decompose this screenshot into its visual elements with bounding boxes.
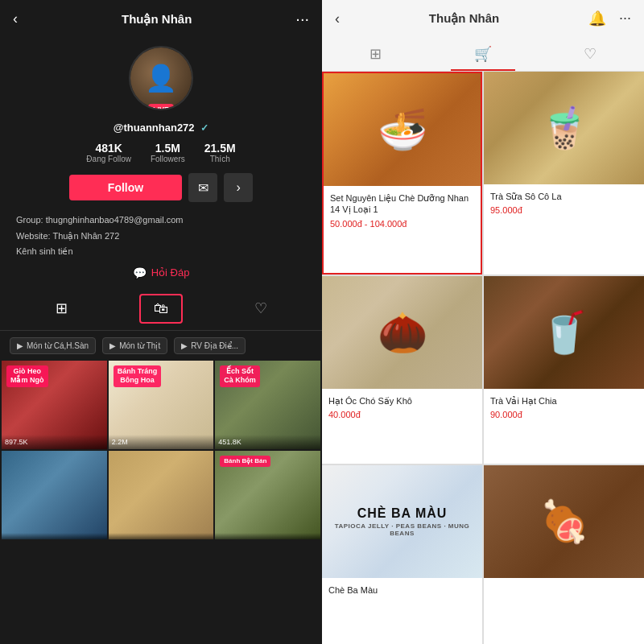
video-label-6: Bánh Bột Bán xyxy=(220,456,270,467)
video-cell-4[interactable] xyxy=(2,451,107,539)
product-image-3: 🌰 xyxy=(322,276,482,389)
avatar: 👤 LIVE xyxy=(129,46,193,110)
video-label-3: Ếch SốtCà Khóm xyxy=(220,365,260,387)
chip-rv-label: RV Địa Điể... xyxy=(191,341,238,350)
right-more-icon[interactable]: ··· xyxy=(619,10,631,27)
qna-section[interactable]: 💬 Hỏi Đáp xyxy=(0,266,322,279)
che-ba-mau-overlay: CHÈ BA MÀU TAPIOCA JELLY · PEAS BEANS · … xyxy=(322,465,482,578)
product-card-4[interactable]: 🥤 Trà Vải Hạt Chia 90.000đ xyxy=(484,276,644,464)
filter-chips: ▶ Món từ Cá,H.Sàn ▶ Món từ Thịt ▶ RV Địa… xyxy=(0,331,322,361)
video-cell-5[interactable] xyxy=(109,451,214,539)
left-header: ‹ Thuận Nhân ··· xyxy=(0,0,322,38)
video-overlay-5 xyxy=(109,533,214,539)
video-overlay-2: 2.2M xyxy=(109,435,214,449)
video-cell-6[interactable]: Bánh Bột Bán xyxy=(215,451,320,539)
right-header: ‹ Thuận Nhân 🔔 ··· xyxy=(322,0,644,37)
product-name-2: Trà Sữa Sô Cô La xyxy=(490,191,638,202)
video-cell-1[interactable]: Giò HeoMắm Ngò 897.5K xyxy=(2,361,107,449)
product-grid: 🍜 Set Nguyên Liệu Chè Dưỡng Nhan 14 Vị L… xyxy=(322,72,644,644)
play-icon-2: ▶ xyxy=(109,341,116,350)
product-info-2: Trà Sữa Sô Cô La 95.000đ xyxy=(484,184,644,275)
product-name-5: Chè Ba Màu xyxy=(328,584,476,596)
profile-stats: 481K Đang Follow 1.5M Followers 21.5M Th… xyxy=(86,142,235,163)
bio-line-1: Group: thugnghinhanbao4789@gmail.com xyxy=(16,213,306,227)
right-tabs: ⊞ 🛒 ♡ xyxy=(322,37,644,72)
stat-likes: 21.5M Thích xyxy=(204,142,236,163)
product-name-3: Hạt Óc Chó Sấy Khô xyxy=(328,395,476,407)
video-label-2: Bánh TrángBông Hoa xyxy=(114,365,162,387)
product-image-1: 🍜 xyxy=(324,73,481,186)
right-tab-shop[interactable]: 🛒 xyxy=(429,37,536,71)
product-price-1: 50.000đ - 104.000đ xyxy=(330,219,474,229)
right-tab-heart[interactable]: ♡ xyxy=(537,37,644,71)
right-header-icons: 🔔 ··· xyxy=(588,10,631,27)
video-cell-2[interactable]: Bánh TrángBông Hoa 2.2M xyxy=(109,361,214,449)
share-button[interactable]: › xyxy=(224,173,253,202)
video-grid: Giò HeoMắm Ngò 897.5K Bánh TrángBông Hoa… xyxy=(0,361,322,539)
product-price-2: 95.000đ xyxy=(490,205,638,215)
stat-followers: 1.5M Followers xyxy=(151,142,185,163)
video-overlay-1: 897.5K xyxy=(2,435,107,449)
product-image-5: CHÈ BA MÀU TAPIOCA JELLY · PEAS BEANS · … xyxy=(322,465,482,578)
live-badge: LIVE xyxy=(148,104,174,110)
product-card-5[interactable]: CHÈ BA MÀU TAPIOCA JELLY · PEAS BEANS · … xyxy=(322,465,482,644)
right-tab-grid[interactable]: ⊞ xyxy=(322,37,429,71)
bell-icon[interactable]: 🔔 xyxy=(588,10,606,27)
product-info-6 xyxy=(484,578,644,644)
chip-thit[interactable]: ▶ Món từ Thịt xyxy=(102,337,167,354)
video-cell-3[interactable]: Ếch SốtCà Khóm 451.8K xyxy=(215,361,320,449)
product-price-3: 40.000đ xyxy=(328,410,476,419)
video-overlay-6 xyxy=(215,533,320,539)
product-name-4: Trà Vải Hạt Chia xyxy=(490,395,638,407)
bio-line-2: Website: Thuận Nhân 272 xyxy=(16,229,306,243)
profile-username: Thuận Nhân xyxy=(122,12,192,27)
product-name-1: Set Nguyên Liệu Chè Dưỡng Nhan 14 Vị Loạ… xyxy=(330,192,474,216)
message-button[interactable]: ✉ xyxy=(188,173,217,202)
product-card-2[interactable]: 🧋 Trà Sữa Sô Cô La 95.000đ xyxy=(484,72,644,275)
product-info-1: Set Nguyên Liệu Chè Dưỡng Nhan 14 Vị Loạ… xyxy=(324,186,481,273)
follow-button[interactable]: Follow xyxy=(69,175,182,200)
qna-label: Hỏi Đáp xyxy=(151,266,190,279)
tab-shop[interactable]: 🛍 xyxy=(139,294,183,324)
chip-ca[interactable]: ▶ Món từ Cá,H.Sàn xyxy=(10,337,96,354)
video-overlay-4 xyxy=(2,533,107,539)
right-shop-name: Thuận Nhân xyxy=(429,11,499,26)
view-count-1: 897.5K xyxy=(5,438,28,446)
product-price-4: 90.000đ xyxy=(490,410,638,419)
product-info-5: Chè Ba Màu xyxy=(322,578,482,644)
product-card-1[interactable]: 🍜 Set Nguyên Liệu Chè Dưỡng Nhan 14 Vị L… xyxy=(322,72,482,275)
stat-following: 481K Đang Follow xyxy=(86,142,131,163)
play-icon-3: ▶ xyxy=(181,341,188,350)
product-image-2: 🧋 xyxy=(484,72,644,184)
more-options-icon[interactable]: ··· xyxy=(295,10,309,28)
profile-section: 👤 LIVE @thuannhan272 ✓ 481K Đang Follow … xyxy=(0,38,322,213)
product-image-4: 🥤 xyxy=(484,276,644,389)
product-info-4: Trà Vải Hạt Chia 90.000đ xyxy=(484,389,644,464)
product-image-6: 🍖 xyxy=(484,465,644,578)
tab-liked[interactable]: ♡ xyxy=(242,295,280,322)
right-back-icon[interactable]: ‹ xyxy=(335,10,340,27)
che-ba-mau-sub: TAPIOCA JELLY · PEAS BEANS · MUNG BEANS xyxy=(322,522,482,537)
qna-icon: 💬 xyxy=(133,266,147,279)
avatar-image: 👤 xyxy=(130,47,192,109)
tab-videos[interactable]: ⊞ xyxy=(43,295,80,322)
verified-icon: ✓ xyxy=(200,122,208,134)
video-overlay-3: 451.8K xyxy=(215,435,320,449)
left-tabs: ⊞ 🛍 ♡ xyxy=(0,287,322,331)
bio-section: Group: thugnghinhanbao4789@gmail.com Web… xyxy=(0,213,322,258)
back-icon[interactable]: ‹ xyxy=(13,10,18,27)
right-panel: ‹ Thuận Nhân 🔔 ··· ⊞ 🛒 ♡ 🍜 Set Nguyên Li… xyxy=(322,0,644,644)
chip-rv[interactable]: ▶ RV Địa Điể... xyxy=(174,337,246,354)
bio-line-3: Kênh sinh tiền xyxy=(16,245,306,258)
chip-thit-label: Món từ Thịt xyxy=(119,341,160,350)
che-ba-mau-title: CHÈ BA MÀU xyxy=(357,506,448,521)
view-count-2: 2.2M xyxy=(112,438,128,446)
chip-ca-label: Món từ Cá,H.Sàn xyxy=(27,341,89,350)
product-card-3[interactable]: 🌰 Hạt Óc Chó Sấy Khô 40.000đ xyxy=(322,276,482,464)
follow-row: Follow ✉ › xyxy=(69,173,253,202)
video-label-1: Giò HeoMắm Ngò xyxy=(6,365,48,387)
view-count-3: 451.8K xyxy=(218,438,242,446)
product-card-6[interactable]: 🍖 xyxy=(484,465,644,644)
user-handle: @thuannhan272 ✓ xyxy=(114,122,208,134)
product-info-3: Hạt Óc Chó Sấy Khô 40.000đ xyxy=(322,389,482,464)
